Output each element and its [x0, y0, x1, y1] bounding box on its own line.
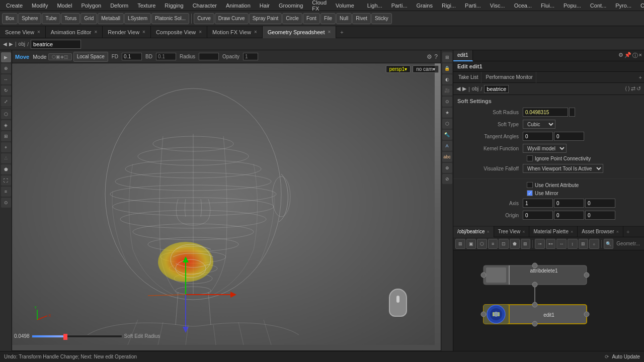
tb-torus[interactable]: Torus — [61, 13, 80, 24]
origin-x-input[interactable] — [523, 211, 553, 220]
mode-icons[interactable]: ⬡▣◈◫ — [48, 53, 72, 60]
vp-sidebar-9[interactable]: A — [442, 141, 452, 151]
props-info-icon[interactable]: ⓘ — [632, 52, 638, 59]
origin-z-input[interactable] — [585, 211, 615, 220]
props-nav-1[interactable]: ⟨ — [625, 85, 627, 92]
fd-input[interactable] — [122, 53, 142, 60]
menu-ocea[interactable]: Ocea... — [510, 2, 536, 10]
props-sync-icon[interactable]: ⇄ — [631, 85, 635, 92]
tool-7[interactable]: ⬟ — [1, 164, 11, 174]
tool-10[interactable]: ⊙ — [1, 198, 11, 208]
ignore-point-checkbox[interactable] — [527, 155, 533, 161]
cam-badge[interactable]: no cam▾ — [413, 65, 439, 73]
bt-view-btn-1[interactable]: ⊞ — [455, 239, 465, 249]
menu-character[interactable]: Character — [189, 2, 221, 10]
vp-sidebar-7[interactable]: ⬡ — [442, 119, 452, 129]
tb-sticky[interactable]: Sticky — [371, 13, 392, 24]
tab-motion-fx[interactable]: Motion FX View× — [207, 26, 263, 38]
tab-composite-view[interactable]: Composite View× — [151, 26, 207, 38]
menu-create[interactable]: Create — [2, 2, 27, 10]
tab-scene-view[interactable]: Scene View× — [0, 26, 46, 38]
vp-sidebar-8[interactable]: 🔦 — [442, 130, 452, 140]
tb-box[interactable]: Box — [2, 13, 18, 24]
radius-input[interactable] — [199, 53, 219, 60]
bt-view-btn-2[interactable]: ▣ — [466, 239, 476, 249]
tb-rivet[interactable]: Rivet — [352, 13, 371, 24]
tool-5[interactable]: ⌖ — [1, 142, 11, 152]
tb-platonic[interactable]: Platonic Sol... — [151, 13, 189, 24]
bottom-tab-obj-beatrice[interactable]: /obj/beatrice × — [453, 226, 494, 237]
props-close-icon[interactable]: × — [639, 52, 642, 59]
bt-align-btn-6[interactable]: ⬦ — [589, 239, 599, 249]
vp-sidebar-11[interactable]: ⊘ — [442, 174, 452, 184]
tb-metaball[interactable]: Metaball — [98, 13, 124, 24]
tb-null[interactable]: Null — [336, 13, 352, 24]
axis-y-input[interactable] — [554, 199, 584, 208]
bottom-tab-asset-browser[interactable]: Asset Browser × — [578, 226, 623, 237]
props-fwd-btn[interactable]: ▶ — [462, 85, 466, 92]
use-mirror-checkbox[interactable]: ✓ — [527, 190, 533, 196]
tb-curve[interactable]: Curve — [194, 13, 214, 24]
tool-3[interactable]: ◈ — [1, 120, 11, 130]
tab-geometry-spreadsheet[interactable]: Geometry Spreadsheet× — [263, 26, 337, 38]
right-add-icon[interactable]: + — [639, 74, 642, 80]
bt-align-btn-1[interactable]: ⊸ — [535, 239, 545, 249]
opacity-input[interactable] — [243, 53, 258, 60]
menu-grooming[interactable]: Grooming — [275, 2, 307, 10]
bt-view-btn-4[interactable]: ≡ — [488, 239, 498, 249]
obj-bar-back[interactable]: ◀ — [3, 41, 7, 47]
tb-sphere[interactable]: Sphere — [18, 13, 41, 24]
vp-sidebar-3[interactable]: ◐ — [442, 74, 452, 84]
axis-z-input[interactable] — [585, 199, 615, 208]
tool-6[interactable]: ∴ — [1, 153, 11, 163]
bt-align-btn-4[interactable]: ↕ — [568, 239, 578, 249]
soft-radius-slider-icon[interactable] — [569, 108, 575, 117]
network-view[interactable]: attribdelete1 — [453, 250, 644, 351]
tangent-angle-1[interactable] — [523, 132, 553, 141]
menu-popu[interactable]: Popu... — [559, 2, 585, 10]
tb-circle[interactable]: Circle — [282, 13, 302, 24]
tangent-angle-2[interactable] — [554, 132, 584, 141]
menu-flui[interactable]: Flui... — [537, 2, 558, 10]
tb-draw-curve[interactable]: Draw Curve — [215, 13, 249, 24]
bottom-tab-tree-view[interactable]: Tree View × — [494, 226, 530, 237]
menu-animation[interactable]: Animation — [222, 2, 255, 10]
bt-view-btn-3[interactable]: ⬡ — [477, 239, 487, 249]
vp-sidebar-abc[interactable]: abc — [442, 152, 452, 162]
menu-hair[interactable]: Hair — [256, 2, 274, 10]
bottom-tab-add[interactable]: + — [623, 229, 632, 235]
menu-rigi[interactable]: Rigi... — [438, 2, 460, 10]
tool-8[interactable]: ⛶ — [1, 175, 11, 186]
tab-add-btn[interactable]: + — [336, 29, 347, 35]
props-reload-icon[interactable]: ↺ — [636, 85, 641, 92]
persp-badge[interactable]: persp1▾ — [386, 65, 411, 73]
tb-file[interactable]: File — [320, 13, 336, 24]
tool-4[interactable]: ⊞ — [1, 131, 11, 141]
tb-grid[interactable]: Grid — [80, 13, 97, 24]
tool-transform[interactable]: ⊕ — [1, 63, 11, 73]
tb-font[interactable]: Font — [303, 13, 320, 24]
menu-volume[interactable]: Volume — [332, 2, 358, 10]
bt-align-btn-3[interactable]: ↔ — [556, 239, 567, 249]
vp-help-icon[interactable]: ? — [434, 53, 438, 60]
soft-type-select[interactable]: Cubic Linear Smooth — [523, 120, 555, 129]
menu-texture[interactable]: Texture — [133, 2, 159, 10]
menu-cloudfx[interactable]: Cloud FX — [308, 0, 331, 13]
menu-parti1[interactable]: Parti... — [387, 2, 412, 10]
bt-view-btn-5[interactable]: ⊡ — [499, 239, 509, 249]
vp-sidebar-4[interactable]: 🎥 — [442, 85, 452, 96]
vp-sidebar-1[interactable]: ⊞ — [442, 52, 452, 62]
props-back-btn[interactable]: ◀ — [456, 85, 460, 92]
obj-bar-forward[interactable]: ▶ — [9, 41, 13, 47]
vp-sidebar-5[interactable]: ⊙ — [442, 97, 452, 107]
menu-cloth[interactable]: Cloth — [636, 2, 644, 10]
tool-9[interactable]: ≡ — [1, 187, 11, 197]
menu-cont[interactable]: Cont... — [586, 2, 610, 10]
tool-rotate[interactable]: ↻ — [1, 85, 11, 96]
tb-lsystem[interactable]: LSystem — [124, 13, 151, 24]
obj-name-input[interactable] — [31, 40, 81, 49]
kernel-function-select[interactable]: Wyvill model Gaussian — [523, 144, 567, 153]
right-tab-take-list[interactable]: Take List — [455, 72, 481, 83]
axis-x-input[interactable] — [523, 199, 553, 208]
origin-y-input[interactable] — [554, 211, 584, 220]
